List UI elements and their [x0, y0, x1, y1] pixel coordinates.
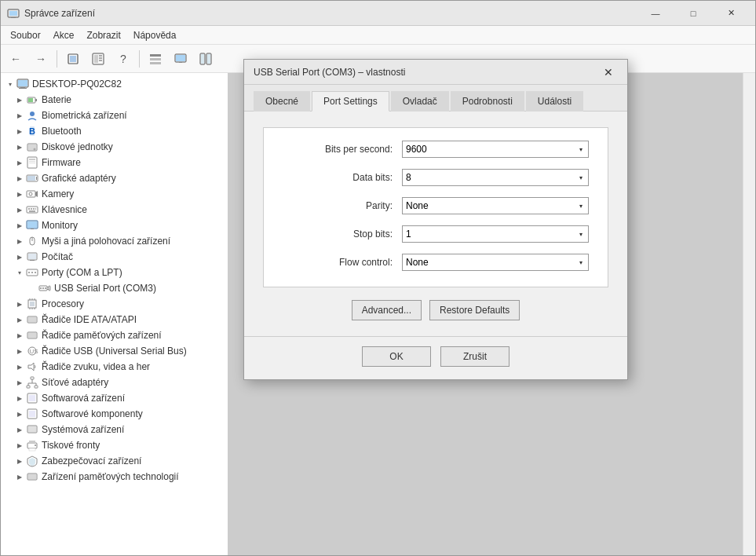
baterie-expand[interactable]: ▶ — [13, 93, 26, 106]
tree-item-sitove[interactable]: ▶ Síťové adaptéry — [1, 375, 228, 390]
tree-item-baterie[interactable]: ▶ Baterie — [1, 92, 228, 108]
usb-serial-icon — [38, 282, 51, 294]
baterie-icon — [26, 93, 38, 106]
ridice-usb-label: Řadiče USB (Universal Serial Bus) — [42, 346, 187, 357]
flow-control-label: Flow control: — [283, 257, 393, 268]
back-button[interactable]: ← — [4, 48, 27, 70]
zabezpecovaci-expand[interactable]: ▶ — [13, 455, 26, 467]
menu-zobrazit[interactable]: Zobrazit — [80, 28, 126, 42]
minimize-button[interactable]: — — [637, 1, 674, 26]
stop-bits-label: Stop bits: — [283, 229, 393, 240]
bluetooth-icon: B — [26, 125, 38, 137]
pocitac-expand[interactable]: ▶ — [13, 251, 26, 263]
softwarove-expand[interactable]: ▶ — [13, 408, 26, 420]
bits-per-second-select[interactable]: 9600 1200 2400 4800 19200 38400 57600 11… — [402, 141, 589, 158]
procesory-expand[interactable]: ▶ — [13, 298, 26, 310]
tab-udalosti[interactable]: Události — [526, 91, 583, 112]
ridice-zvuk-expand[interactable]: ▶ — [13, 360, 26, 373]
main-scrollbar[interactable] — [743, 73, 755, 555]
diskove-expand[interactable]: ▶ — [13, 141, 26, 153]
restore-defaults-button[interactable]: Restore Defaults — [429, 300, 520, 320]
tree-item-bluetooth[interactable]: ▶ B Bluetooth — [1, 123, 228, 139]
tree-item-ridice-zvuk[interactable]: ▶ Řadiče zvuku, videa a her — [1, 359, 228, 375]
klavesnice-expand[interactable]: ▶ — [13, 203, 26, 216]
procesory-icon — [26, 298, 38, 310]
cancel-button[interactable]: Zrušit — [440, 346, 509, 367]
data-bits-select[interactable]: 8 5 6 7 — [402, 169, 589, 186]
menu-napoveda[interactable]: Nápověda — [127, 28, 183, 42]
parity-select[interactable]: None Even Odd Mark Space — [402, 197, 589, 214]
tree-item-diskove[interactable]: ▶ Diskové jednotky — [1, 139, 228, 155]
svg-rect-23 — [19, 88, 27, 89]
tree-item-biometricka[interactable]: ▶ Biometrická zařízení — [1, 108, 228, 123]
tree-item-graficke[interactable]: ▶ Grafické adaptéry — [1, 170, 228, 186]
tree-item-softwarove[interactable]: ▶ Softwarové komponenty — [1, 406, 228, 422]
stop-bits-select[interactable]: 1 1.5 2 — [402, 225, 589, 243]
tree-item-zabezpecovaci[interactable]: ▶ Zabezpečovací zařízení — [1, 453, 228, 469]
tree-item-usb-serial[interactable]: USB Serial Port (COM3) — [1, 280, 228, 296]
ridice-ide-expand[interactable]: ▶ — [13, 313, 26, 326]
sitove-expand[interactable]: ▶ — [13, 376, 26, 389]
stop-bits-row: Stop bits: 1 1.5 2 ▾ — [283, 225, 589, 243]
split-button[interactable] — [194, 48, 217, 70]
porty-expand[interactable]: ▾ — [13, 266, 26, 279]
ridice-pam-expand[interactable]: ▶ — [13, 329, 26, 342]
maximize-button[interactable]: □ — [675, 1, 711, 26]
tree-item-procesory[interactable]: ▶ Procesory — [1, 296, 228, 312]
close-button[interactable]: ✕ — [713, 1, 749, 26]
view-button[interactable] — [144, 48, 167, 70]
systemova-expand[interactable]: ▶ — [13, 423, 26, 436]
tree-item-mysi[interactable]: ▶ Myši a jiná polohovací zařízení — [1, 233, 228, 249]
properties-button[interactable] — [86, 48, 110, 70]
ridice-usb-expand[interactable]: ▶ — [13, 345, 26, 357]
firmware-expand[interactable]: ▶ — [13, 156, 26, 169]
tree-item-firmware[interactable]: ▶ Firmware — [1, 155, 228, 170]
tree-item-ridice-pam[interactable]: ▶ Řadiče paměťových zařízení — [1, 327, 228, 343]
graficke-expand[interactable]: ▶ — [13, 172, 26, 185]
tree-root[interactable]: ▾ DESKTOP-PQ02C82 — [1, 76, 228, 92]
advanced-button[interactable]: Advanced... — [352, 300, 422, 320]
tiskove-expand[interactable]: ▶ — [13, 439, 26, 452]
tab-port-settings[interactable]: Port Settings — [312, 91, 389, 112]
tree-item-softwarova[interactable]: ▶ Softwarová zařízení — [1, 390, 228, 406]
bluetooth-expand[interactable]: ▶ — [13, 125, 26, 137]
tab-obecne[interactable]: Obecné — [254, 91, 310, 112]
modal-close-button[interactable]: ✕ — [599, 63, 618, 82]
settings-panel: Bits per second: 9600 1200 2400 4800 192… — [263, 127, 608, 287]
tree-item-kamery[interactable]: ▶ Kamery — [1, 186, 228, 202]
menu-akce[interactable]: Akce — [47, 28, 81, 42]
ok-button[interactable]: OK — [362, 346, 431, 367]
tab-ovladac[interactable]: Ovladač — [391, 91, 449, 112]
zarizeni-pam-expand[interactable]: ▶ — [13, 470, 26, 483]
modal-title: USB Serial Port (COM3) – vlastnosti — [254, 67, 599, 78]
refresh-button[interactable] — [61, 48, 85, 70]
tree-item-zarizeni-pam[interactable]: ▶ Zařízení paměťových technologií — [1, 469, 228, 485]
tree-item-porty[interactable]: ▾ Porty (COM a LPT) — [1, 265, 228, 280]
flow-control-select[interactable]: None Hardware Xon / Xoff — [402, 254, 589, 271]
mysi-expand[interactable]: ▶ — [13, 235, 26, 247]
svg-point-42 — [29, 192, 32, 196]
monitor-button[interactable] — [169, 48, 192, 70]
tree-item-monitory[interactable]: ▶ Monitory — [1, 218, 228, 233]
tab-podrobnosti[interactable]: Podrobnosti — [451, 91, 524, 112]
tree-item-klavesnice[interactable]: ▶ Klávesnice — [1, 202, 228, 218]
forward-button[interactable]: → — [29, 48, 53, 70]
tree-item-tiskove[interactable]: ▶ Tiskové fronty — [1, 437, 228, 453]
tree-item-pocitac[interactable]: ▶ Počítač — [1, 249, 228, 265]
menu-soubor[interactable]: Soubor — [4, 28, 47, 42]
computer-icon — [16, 78, 29, 90]
kamery-expand[interactable]: ▶ — [13, 188, 26, 200]
biometricka-expand[interactable]: ▶ — [13, 109, 26, 122]
softwarova-expand[interactable]: ▶ — [13, 392, 26, 404]
porty-label: Porty (COM a LPT) — [42, 267, 122, 278]
ridice-usb-icon: USB — [26, 345, 38, 357]
device-tree[interactable]: ▾ DESKTOP-PQ02C82 ▶ — [1, 73, 228, 555]
tree-item-systemova[interactable]: ▶ Systémová zařízení — [1, 422, 228, 437]
root-expand-icon[interactable]: ▾ — [4, 78, 16, 90]
flow-control-row: Flow control: None Hardware Xon / Xoff ▾ — [283, 254, 589, 271]
tree-item-ridice-ide[interactable]: ▶ Řadiče IDE ATA/ATAPI — [1, 312, 228, 327]
monitory-expand[interactable]: ▶ — [13, 219, 26, 232]
svg-text:B: B — [29, 126, 35, 136]
help-button[interactable]: ? — [111, 48, 135, 70]
tree-item-ridice-usb[interactable]: ▶ USB Řadiče USB (Universal Serial Bus) — [1, 343, 228, 359]
